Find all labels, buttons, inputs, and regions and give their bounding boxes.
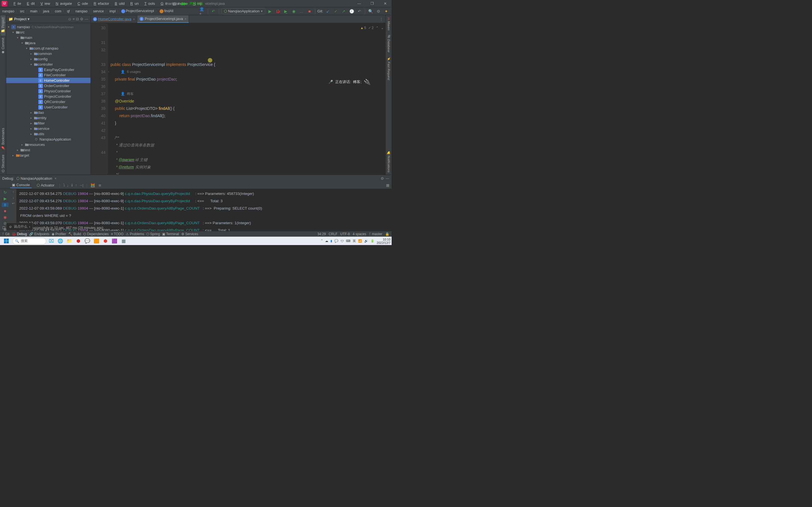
- tool-terminal[interactable]: ▣ Terminal: [162, 232, 179, 236]
- run-configuration[interactable]: ⬡ NanqiaoApplication ▾: [221, 8, 265, 14]
- right-tab-database[interactable]: 🗄Database: [387, 33, 391, 55]
- scroll-down-icon[interactable]: ↓: [12, 196, 14, 200]
- tree-item[interactable]: ▾ src: [6, 30, 91, 35]
- menu-edit[interactable]: Edit: [23, 1, 36, 6]
- tree-item[interactable]: ▸ target: [6, 153, 91, 158]
- tree-item[interactable]: ▸ dao: [6, 110, 91, 115]
- tool-problems[interactable]: ⚠ Problems: [126, 232, 144, 236]
- encoding[interactable]: UTF-8: [340, 232, 350, 236]
- ime-icon[interactable]: 英: [353, 239, 356, 243]
- wifi-icon[interactable]: 📶: [358, 239, 362, 243]
- close-session-icon[interactable]: ×: [54, 176, 57, 180]
- left-tab-commit[interactable]: ◉Commit: [1, 36, 6, 57]
- attach-icon[interactable]: …: [299, 8, 305, 14]
- force-step-icon[interactable]: ⇓: [70, 183, 73, 187]
- run-to-cursor-icon[interactable]: →|: [79, 183, 83, 187]
- hide-panel-icon[interactable]: —: [85, 17, 88, 21]
- tree-item[interactable]: ▸ filter: [6, 121, 91, 126]
- crumb[interactable]: main: [30, 9, 38, 13]
- git-commit-icon[interactable]: ✓: [333, 8, 339, 14]
- panel-settings-icon[interactable]: ⚙: [80, 17, 84, 21]
- clock[interactable]: 10:102022/12/7: [377, 238, 391, 244]
- tree-item[interactable]: c OrderController: [6, 83, 91, 89]
- tree-item[interactable]: ▸ common: [6, 51, 91, 56]
- battery-icon[interactable]: 🔋: [370, 239, 374, 243]
- crumb[interactable]: nanqiao: [2, 9, 14, 13]
- tree-item[interactable]: ▾ com.qf.nanqiao: [6, 46, 91, 51]
- soft-wrap-icon[interactable]: ↩: [12, 202, 15, 205]
- tool-services[interactable]: ⚙ Services: [181, 232, 198, 236]
- back-icon[interactable]: ↶: [210, 8, 216, 14]
- left-tab-project[interactable]: 📁Project: [1, 15, 6, 36]
- tree-item[interactable]: ⬡ NanqiaoApplication: [6, 136, 91, 142]
- tool-dependencies[interactable]: ⌬ Dependencies: [83, 232, 109, 236]
- wechat-tray-icon[interactable]: 💬: [335, 239, 338, 243]
- minimize-button[interactable]: —: [353, 0, 366, 7]
- step-out-icon[interactable]: ↑: [75, 183, 77, 187]
- onedrive-icon[interactable]: ☁: [325, 239, 328, 243]
- crumb[interactable]: qf: [67, 9, 70, 13]
- chat-expand-icon[interactable]: ‹: [29, 225, 30, 229]
- debug-hide-icon[interactable]: —: [386, 176, 389, 180]
- tool-todo[interactable]: ≡ TODO: [111, 232, 124, 236]
- tree-item[interactable]: c PhysioController: [6, 89, 91, 94]
- trace-icon[interactable]: ≣: [98, 183, 101, 187]
- git-rollback-icon[interactable]: ↶: [356, 8, 363, 14]
- git-update-icon[interactable]: ↙: [325, 8, 331, 14]
- menu-view[interactable]: View: [37, 1, 52, 6]
- keyboard-tray-icon[interactable]: ⌨: [346, 239, 350, 243]
- lock-icon[interactable]: 🔒: [385, 232, 389, 236]
- tool-spring[interactable]: ⬡ Spring: [146, 232, 160, 236]
- tool-git[interactable]: ᚶ Git: [2, 232, 10, 236]
- close-tab-icon[interactable]: ×: [133, 17, 135, 21]
- step-into-icon[interactable]: ↓: [67, 183, 69, 187]
- tree-item[interactable]: ▸ utils: [6, 131, 91, 136]
- tree-item[interactable]: ▾▫ nanqiaoC:\Users\zed\IdeaProjects\nan: [6, 24, 91, 30]
- tree-item[interactable]: ▸ resources: [6, 142, 91, 147]
- menu-refactor[interactable]: Refactor: [90, 1, 111, 6]
- menu-tools[interactable]: Tools: [141, 1, 157, 6]
- volume-icon[interactable]: 🔊: [364, 239, 368, 243]
- debug-settings-icon[interactable]: ⚙: [380, 176, 384, 180]
- tree-item[interactable]: c FileController: [6, 72, 91, 78]
- rerun-icon[interactable]: ↻: [2, 190, 8, 194]
- editor-tab[interactable]: cHomeController.java×: [91, 15, 137, 23]
- stop-icon[interactable]: ■: [306, 8, 313, 14]
- indent[interactable]: 4 spaces: [353, 232, 366, 236]
- crumb-method[interactable]: findAll: [160, 9, 173, 13]
- menu-run[interactable]: Run: [127, 1, 140, 6]
- right-tab-fast-request[interactable]: ⚡Fast Request: [386, 55, 391, 82]
- collapse-all-icon[interactable]: ⊟: [76, 17, 79, 21]
- start-button[interactable]: [1, 237, 11, 245]
- left-tab-bookmarks[interactable]: 🔖Bookmarks: [1, 126, 6, 152]
- tree-item[interactable]: ▾ main: [6, 35, 91, 40]
- step-over-icon[interactable]: ⤵: [63, 183, 65, 187]
- crumb-class[interactable]: ProjectServiceImpl: [121, 9, 154, 13]
- app-icon-4[interactable]: ⬢: [101, 237, 109, 245]
- tool-endpoints[interactable]: 🔗 Endpoints: [29, 232, 49, 236]
- intellij-icon[interactable]: 🟪: [110, 237, 118, 245]
- resume-icon[interactable]: ▶: [2, 196, 8, 201]
- search-icon[interactable]: 🔍: [367, 8, 373, 14]
- tray-up-icon[interactable]: ˄: [321, 239, 323, 243]
- tree-item[interactable]: ▸ config: [6, 56, 91, 62]
- close-button[interactable]: ✕: [378, 0, 392, 7]
- explorer-icon[interactable]: 📁: [65, 237, 73, 245]
- pause-icon[interactable]: ⏸: [2, 203, 8, 207]
- breadcrumb[interactable]: nanqiao〉src〉main〉java〉com〉qf〉nanqiao〉ser…: [2, 9, 173, 13]
- right-tab-notifications[interactable]: 🔔Notifications: [386, 149, 391, 175]
- editor-tab[interactable]: cProjectServiceImpl.java×: [137, 15, 189, 23]
- expand-all-icon[interactable]: ≡: [72, 17, 75, 21]
- layout-icon[interactable]: ▦: [386, 183, 389, 187]
- system-tray[interactable]: ˄ ☁ ▮ 💬 🛡 ⌨ 英 📶 🔊 🔋 10:102022/12/7: [321, 238, 391, 244]
- vscode-icon[interactable]: ⌧: [47, 237, 55, 245]
- console-output[interactable]: 2022-12-07 09:43:54.275 DEBUG 19804 --- …: [16, 189, 392, 231]
- tree-item[interactable]: ▾ controller: [6, 62, 91, 67]
- close-tab-icon[interactable]: ×: [185, 17, 186, 20]
- app-icon-2[interactable]: 💬: [84, 237, 91, 245]
- left-tab-structure[interactable]: ⌬Structure: [1, 152, 6, 175]
- cursor-position[interactable]: 34:29: [317, 232, 326, 236]
- tencent-meeting-tray-icon[interactable]: ▮: [331, 239, 332, 243]
- menu-code[interactable]: Code: [74, 1, 90, 6]
- app-icon-1[interactable]: ⬢: [74, 237, 82, 245]
